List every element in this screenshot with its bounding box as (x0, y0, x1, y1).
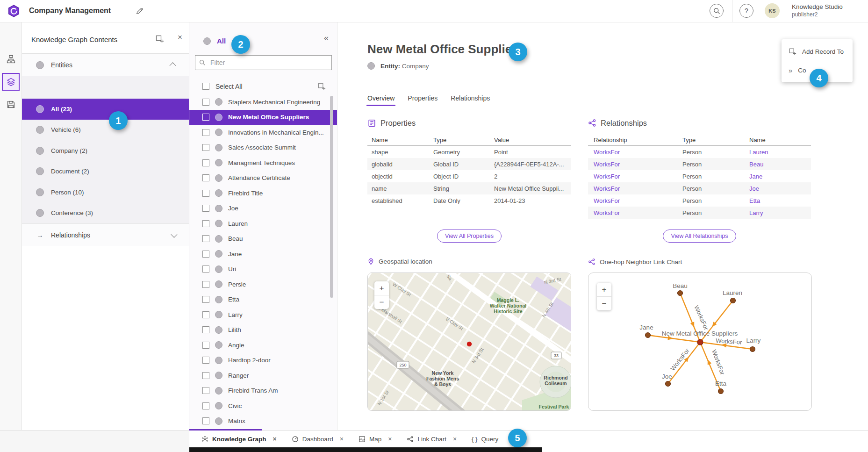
record-list-item[interactable]: Civic (189, 398, 337, 414)
node-center[interactable] (697, 339, 703, 345)
add-record-button-small[interactable] (317, 82, 326, 91)
record-checkbox[interactable] (202, 159, 209, 166)
filter-input[interactable] (209, 58, 331, 67)
avatar[interactable]: KS (765, 3, 780, 18)
node-beau[interactable] (678, 291, 683, 296)
bottom-tab-dashboard[interactable]: Dashboard × (284, 430, 351, 447)
save-button[interactable] (2, 95, 20, 113)
relationship-link[interactable]: WorksFor (588, 161, 677, 168)
zoom-out-button[interactable]: − (374, 295, 389, 309)
record-checkbox[interactable] (202, 387, 209, 394)
node-etta[interactable] (718, 389, 724, 394)
edit-title-icon[interactable] (136, 7, 143, 15)
record-list-item[interactable]: Larry (189, 307, 337, 323)
record-checkbox[interactable] (202, 372, 209, 379)
search-button[interactable] (710, 4, 724, 18)
record-checkbox[interactable] (202, 311, 209, 318)
select-all-checkbox[interactable] (202, 83, 209, 90)
bottom-tab-map[interactable]: Map × (351, 430, 399, 447)
bottom-tab-link-chart[interactable]: Link Chart × (399, 430, 464, 447)
tab-overview[interactable]: Overview (367, 91, 395, 105)
menu-item-add-record-to[interactable]: Add Record To (782, 42, 853, 61)
entity-type-row[interactable]: Person (10) (22, 182, 189, 203)
node-jane[interactable] (646, 333, 651, 338)
record-checkbox[interactable] (202, 342, 209, 349)
user-menu[interactable]: Knowledge Studio publisher2 (792, 3, 843, 18)
zoom-in-button[interactable]: + (597, 283, 611, 297)
record-list-item[interactable]: Staplers Mechanical Engineering (189, 94, 337, 110)
record-list-item[interactable]: Matrix (189, 414, 337, 429)
contents-button[interactable] (2, 73, 20, 91)
entity-type-row[interactable]: Document (2) (22, 161, 189, 182)
view-all-properties-button[interactable]: View All Properties (437, 230, 502, 243)
record-list-item[interactable]: Sales Associate Summit (189, 140, 337, 156)
record-checkbox[interactable] (202, 281, 209, 288)
record-list-item[interactable]: Attendance Certificate (189, 171, 337, 186)
relationship-link[interactable]: WorksFor (588, 209, 677, 216)
record-list-item[interactable]: Firebird Title (189, 186, 337, 201)
record-checkbox[interactable] (202, 205, 209, 212)
relationships-section-header[interactable]: → Relationships (22, 223, 189, 246)
record-list-item[interactable]: Uri (189, 262, 337, 277)
close-tab-icon[interactable]: × (340, 435, 344, 443)
record-checkbox[interactable] (202, 357, 209, 364)
collapse-panel-button[interactable]: « (324, 33, 329, 43)
tab-relationships[interactable]: Relationships (451, 91, 490, 105)
relationship-link[interactable]: WorksFor (588, 149, 677, 156)
record-list-item[interactable]: New Metal Office Suppliers (189, 110, 337, 125)
node-lauren[interactable] (731, 298, 736, 303)
relationship-name-link[interactable]: Larry (744, 209, 811, 216)
bottom-tab-query[interactable]: { } Query (464, 430, 506, 447)
record-list-item[interactable]: Joe (189, 201, 337, 216)
record-checkbox[interactable] (202, 114, 209, 121)
record-list-item[interactable]: Persie (189, 277, 337, 292)
entity-type-row[interactable]: Conference (3) (22, 203, 189, 224)
record-checkbox[interactable] (202, 251, 209, 258)
bottom-tab-knowledge-graph[interactable]: Knowledge Graph × (194, 430, 284, 447)
relationship-link[interactable]: WorksFor (588, 185, 677, 192)
record-checkbox[interactable] (202, 296, 209, 303)
close-tab-icon[interactable]: × (453, 435, 457, 443)
record-list-item[interactable]: Etta (189, 292, 337, 308)
record-list-item[interactable]: Angie (189, 337, 337, 353)
entity-type-row[interactable]: Company (2) (22, 140, 189, 161)
list-scrollbar[interactable] (330, 96, 333, 298)
relationship-name-link[interactable]: Beau (744, 161, 811, 168)
record-checkbox[interactable] (202, 417, 209, 424)
zoom-in-button[interactable]: + (374, 281, 389, 295)
record-checkbox[interactable] (202, 326, 209, 333)
record-list-item[interactable]: Beau (189, 231, 337, 247)
data-model-button[interactable] (2, 50, 20, 68)
record-list-item[interactable]: Lauren (189, 216, 337, 231)
zoom-out-button[interactable]: − (597, 297, 611, 310)
relationship-name-link[interactable]: Lauren (744, 149, 811, 156)
record-list-item[interactable]: Innovations in Mechanical Engin... (189, 125, 337, 140)
relationship-name-link[interactable]: Etta (744, 197, 811, 204)
record-checkbox[interactable] (202, 190, 209, 197)
record-checkbox[interactable] (202, 99, 209, 106)
record-checkbox[interactable] (202, 402, 209, 409)
record-list-item[interactable]: Managment Techniques (189, 155, 337, 171)
record-list-item[interactable]: Ranger (189, 368, 337, 383)
node-larry[interactable] (750, 347, 755, 352)
node-joe[interactable] (666, 381, 671, 387)
tab-properties[interactable]: Properties (408, 91, 438, 105)
app-logo-icon[interactable] (7, 5, 20, 17)
relationship-link[interactable]: WorksFor (588, 173, 677, 180)
record-checkbox[interactable] (202, 220, 209, 227)
add-record-button[interactable] (155, 35, 164, 43)
entity-type-row[interactable]: All (23) (22, 99, 189, 120)
relationship-link[interactable]: WorksFor (588, 197, 677, 204)
record-list-item[interactable]: Firebird Trans Am (189, 383, 337, 399)
close-tab-icon[interactable]: × (273, 435, 277, 443)
relationship-name-link[interactable]: Jane (744, 173, 811, 180)
record-checkbox[interactable] (202, 129, 209, 136)
record-checkbox[interactable] (202, 174, 209, 181)
relationship-name-link[interactable]: Joe (744, 185, 811, 192)
close-tab-icon[interactable]: × (388, 435, 392, 443)
record-list-item[interactable]: Jane (189, 246, 337, 262)
close-panel-button[interactable]: × (178, 33, 182, 42)
record-checkbox[interactable] (202, 144, 209, 151)
view-all-relationships-button[interactable]: View All Relationships (663, 230, 736, 243)
linkchart-card[interactable]: WorksFor WorksFor WorksFor WorksFor (588, 273, 812, 411)
